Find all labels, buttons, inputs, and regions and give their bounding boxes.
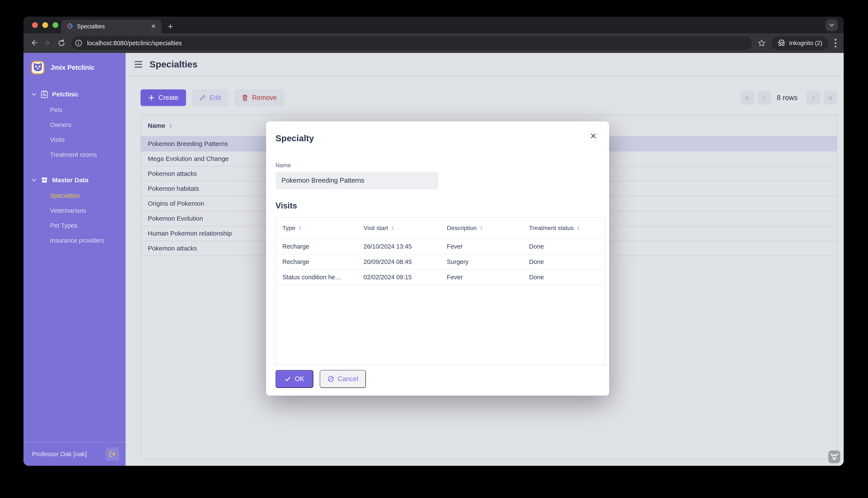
trash-icon [242,94,248,101]
visits-section-title: Visits [276,201,597,210]
sidebar-item-pets[interactable]: Pets [24,102,126,117]
name-input[interactable]: Pokemon Breeding Patterns [276,172,438,189]
sort-icon[interactable] [577,226,580,231]
create-label: Create [158,94,178,102]
sidebar-item-pet-types[interactable]: Pet Types [24,218,126,233]
ok-label: OK [295,375,304,383]
pagination: « ‹ 8 rows › » [737,91,837,105]
incognito-badge[interactable]: Inkognito (2) [771,36,828,50]
site-info-icon[interactable] [74,38,84,48]
row-count-label: 8 rows [777,94,797,102]
edit-button[interactable]: Edit [192,89,229,106]
chevron-down-icon [829,22,835,28]
tab-strip: Specialties ✕ + [24,17,844,33]
forward-icon[interactable] [44,39,52,47]
sidebar-item-owners[interactable]: Owners [24,117,126,132]
logout-icon [109,450,116,458]
sidebar-footer: Professor Oak [oak] [24,442,126,466]
sidebar-item-treatment-rooms[interactable]: Treatment rooms [24,147,126,162]
sidebar-item-veterinarians[interactable]: Veterinarians [24,203,126,218]
page-header: Specialties [126,53,844,76]
check-icon [284,376,291,382]
sidebar-item-specialties[interactable]: Specialties [24,188,126,203]
sidebar-item-insurance-providers[interactable]: Insurance providers [24,233,126,248]
name-input-value: Pokemon Breeding Patterns [281,177,365,184]
dialog-close-button[interactable] [589,131,598,141]
logout-button[interactable] [105,447,119,461]
browser-menu-icon[interactable] [834,38,837,48]
sidebar: Jmix Petclinic Petclinic Pets Ow [24,53,126,466]
sort-icon[interactable] [298,226,302,231]
create-button[interactable]: Create [141,89,186,106]
section-label: Petclinic [52,91,78,98]
clipboard-pulse-icon [41,91,48,98]
back-icon[interactable] [30,39,38,47]
name-field-label: Name [276,162,597,169]
favicon [67,23,73,30]
browser-window: Specialties ✕ + [24,17,844,466]
column-header-type[interactable]: Type [276,225,357,232]
ok-button[interactable]: OK [276,370,313,388]
chevron-down-icon [31,92,37,97]
section-label: Master Data [52,176,88,184]
tab-search-button[interactable] [826,19,838,31]
bookmark-star-icon[interactable] [758,39,765,47]
last-page-button[interactable]: » [824,91,837,105]
column-header-description[interactable]: Description [441,225,523,232]
sidebar-nav: Petclinic Pets Owners Visits Treatment r… [24,87,126,248]
address-bar[interactable]: localhost:8080/petclinic/specialties [71,36,752,50]
reload-icon[interactable] [58,39,65,47]
menu-toggle-icon[interactable] [135,61,142,68]
vaadin-dev-badge[interactable] [828,450,840,463]
edit-label: Edit [209,94,221,102]
visit-row[interactable]: Status condition he… 02/02/2024 09:15 Fe… [276,270,605,285]
column-header-treatment-status[interactable]: Treatment status [523,225,605,232]
sidebar-section-petclinic[interactable]: Petclinic [24,87,126,102]
sidebar-section-master-data[interactable]: Master Data [24,172,126,188]
browser-tab[interactable]: Specialties ✕ [61,19,162,33]
prev-page-button[interactable]: ‹ [757,91,771,105]
brand-name: Jmix Petclinic [50,64,94,71]
list-actions: Create Edit Remove [126,76,844,110]
close-window-button[interactable] [32,22,38,28]
first-page-button[interactable]: « [740,91,754,105]
close-icon [590,132,597,139]
window-controls [32,22,58,28]
ban-icon [328,376,334,382]
sort-icon[interactable] [480,226,483,231]
incognito-icon [777,39,786,47]
url-text: localhost:8080/petclinic/specialties [87,40,182,47]
cancel-button[interactable]: Cancel [320,370,366,388]
zoom-window-button[interactable] [53,22,58,28]
next-page-button[interactable]: › [806,91,820,105]
sort-icon[interactable] [391,226,394,231]
new-tab-button[interactable]: + [168,22,173,31]
address-toolbar: localhost:8080/petclinic/specialties Ink… [24,33,844,53]
column-header-visit-start[interactable]: Visit start [357,225,441,232]
visits-grid-header: Type Visit start Description Treatment s… [276,218,605,239]
page-title: Specialties [150,59,197,69]
archive-box-icon [41,177,48,183]
dialog-title: Specialty [276,133,597,143]
chevron-down-icon [31,177,37,183]
column-header-name: Name [148,122,165,129]
cancel-label: Cancel [338,375,358,383]
visits-grid: Type Visit start Description Treatment s… [276,217,605,365]
remove-label: Remove [252,94,277,102]
current-user: Professor Oak [oak] [32,451,87,458]
sort-icon[interactable] [169,123,173,128]
visit-row[interactable]: Recharge 26/10/2024 13:45 Fever Done [276,239,605,254]
remove-button[interactable]: Remove [234,89,284,106]
plus-icon [148,94,155,101]
pencil-icon [199,94,206,101]
tab-title: Specialties [77,23,147,30]
app-brand: Jmix Petclinic [24,53,126,75]
minimize-window-button[interactable] [42,22,48,28]
vaadin-icon [830,453,838,461]
petclinic-logo [31,61,45,75]
incognito-label: Inkognito (2) [789,40,822,47]
visit-row[interactable]: Recharge 20/09/2024 08:45 Surgery Done [276,254,605,270]
specialty-dialog: Specialty Name Pokemon Breeding Patterns… [266,121,609,396]
tab-close-icon[interactable]: ✕ [151,24,156,29]
sidebar-item-visits[interactable]: Visits [24,132,126,147]
